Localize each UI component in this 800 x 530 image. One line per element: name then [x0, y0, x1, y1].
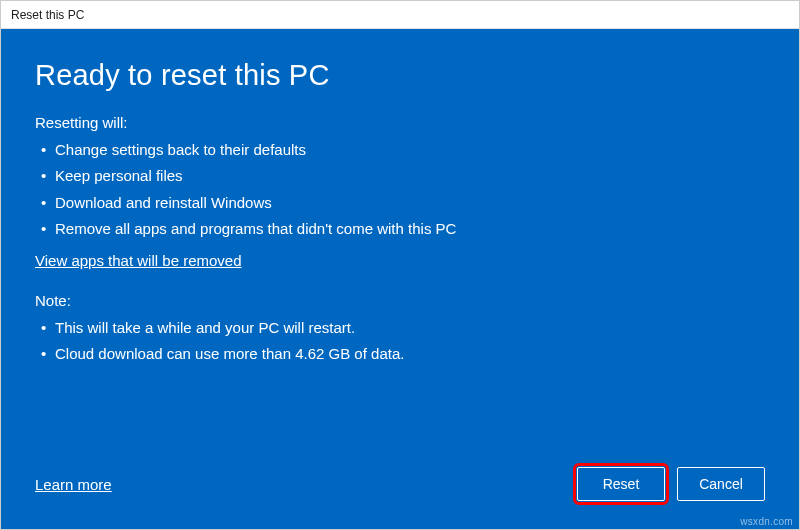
- list-item: Download and reinstall Windows: [35, 190, 765, 216]
- list-item: Change settings back to their defaults: [35, 137, 765, 163]
- list-item: Keep personal files: [35, 163, 765, 189]
- reset-pc-window: Reset this PC Ready to reset this PC Res…: [0, 0, 800, 530]
- window-title: Reset this PC: [11, 8, 84, 22]
- list-item: Remove all apps and programs that didn't…: [35, 216, 765, 242]
- learn-more-link[interactable]: Learn more: [35, 476, 112, 493]
- watermark: wsxdn.com: [740, 516, 793, 527]
- content-area: Ready to reset this PC Resetting will: C…: [1, 29, 799, 529]
- window-titlebar: Reset this PC: [1, 1, 799, 29]
- button-group: Reset Cancel: [577, 467, 765, 501]
- resetting-label: Resetting will:: [35, 114, 765, 131]
- note-label: Note:: [35, 292, 765, 309]
- view-apps-link[interactable]: View apps that will be removed: [35, 252, 242, 269]
- reset-button[interactable]: Reset: [577, 467, 665, 501]
- page-heading: Ready to reset this PC: [35, 59, 765, 92]
- list-item: This will take a while and your PC will …: [35, 315, 765, 341]
- list-item: Cloud download can use more than 4.62 GB…: [35, 341, 765, 367]
- cancel-button[interactable]: Cancel: [677, 467, 765, 501]
- note-list: This will take a while and your PC will …: [35, 315, 765, 368]
- footer: Learn more Reset Cancel: [35, 467, 765, 501]
- resetting-list: Change settings back to their defaults K…: [35, 137, 765, 242]
